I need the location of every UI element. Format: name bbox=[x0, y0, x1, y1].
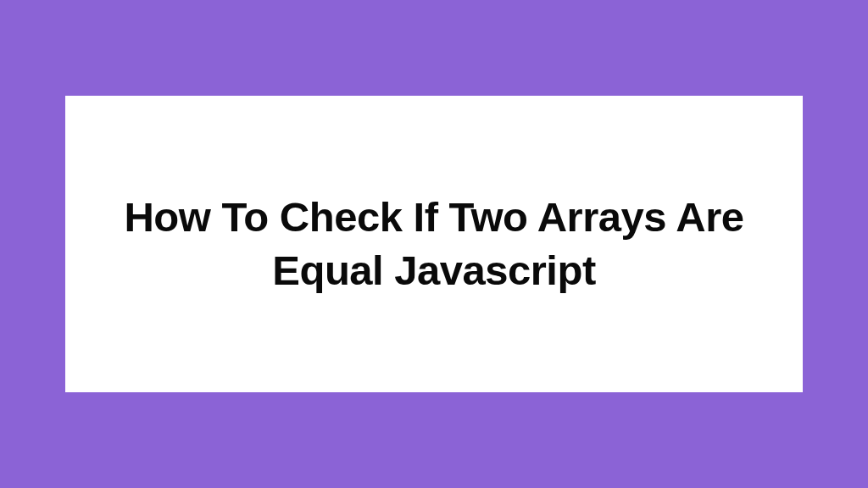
content-card: How To Check If Two Arrays Are Equal Jav… bbox=[65, 96, 803, 392]
page-title: How To Check If Two Arrays Are Equal Jav… bbox=[99, 191, 769, 297]
